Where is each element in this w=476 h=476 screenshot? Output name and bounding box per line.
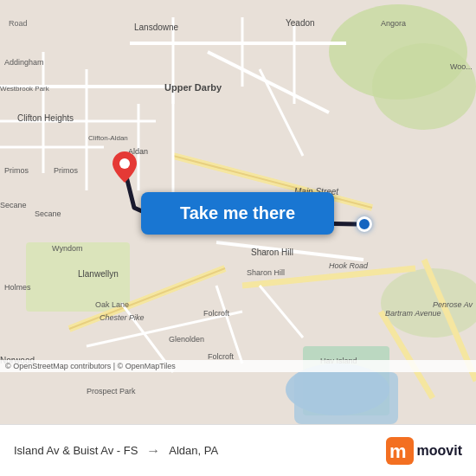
footer: Island Av & Buist Av - FS → Aldan, PA m … (0, 424, 476, 476)
svg-point-2 (372, 43, 476, 130)
svg-text:Folcroft: Folcroft (203, 309, 230, 318)
svg-text:Upper Darby: Upper Darby (164, 82, 222, 93)
svg-text:Primos: Primos (54, 166, 79, 175)
svg-text:Secane: Secane (0, 201, 27, 209)
svg-text:Glenolden: Glenolden (169, 335, 204, 344)
map-container: Road Addingham Lansdowne Yeadon Angora W… (0, 0, 476, 424)
svg-text:Yeadon: Yeadon (286, 18, 315, 28)
svg-rect-7 (294, 372, 398, 424)
svg-text:Sharon Hill: Sharon Hill (251, 248, 293, 257)
svg-text:Oak Lane: Oak Lane (95, 300, 129, 309)
svg-text:Hook Road: Hook Road (329, 261, 369, 270)
moovit-logo-icon: m (386, 437, 414, 465)
svg-text:Primos: Primos (4, 166, 29, 175)
svg-text:Addingham: Addingham (4, 58, 44, 67)
svg-text:Westbrook Park: Westbrook Park (0, 85, 50, 93)
svg-text:Penrose Av: Penrose Av (433, 300, 473, 309)
svg-text:Angora: Angora (381, 19, 406, 28)
svg-text:Woo...: Woo... (450, 62, 473, 71)
destination-label: Aldan, PA (169, 444, 218, 457)
take-me-there-button[interactable]: Take me there (141, 192, 334, 235)
origin-label: Island Av & Buist Av - FS (14, 444, 138, 457)
svg-text:m: m (389, 441, 407, 462)
svg-point-65 (119, 158, 130, 169)
svg-text:Clifton Heights: Clifton Heights (17, 113, 74, 123)
svg-text:Chester Pike: Chester Pike (100, 313, 145, 322)
svg-text:Sharon Hill: Sharon Hill (247, 268, 285, 277)
svg-text:Lansdowne: Lansdowne (134, 23, 179, 32)
svg-text:Secane: Secane (35, 209, 61, 218)
moovit-logo: m moovit (386, 437, 462, 465)
current-location-dot (357, 216, 372, 232)
svg-text:Clifton-Aldan: Clifton-Aldan (88, 134, 128, 142)
arrow-icon: → (146, 443, 160, 459)
destination-pin (113, 151, 137, 183)
svg-text:Wyndom: Wyndom (52, 244, 82, 253)
svg-text:Road: Road (9, 19, 28, 28)
svg-text:Bartram Avenue: Bartram Avenue (385, 309, 441, 318)
moovit-brand-text: moovit (417, 443, 462, 459)
map-attribution: © OpenStreetMap contributors | © OpenMap… (0, 360, 476, 372)
svg-text:Llanwellyn: Llanwellyn (78, 269, 119, 279)
svg-text:Holmes: Holmes (4, 283, 31, 292)
svg-text:Prospect Park: Prospect Park (87, 387, 136, 396)
